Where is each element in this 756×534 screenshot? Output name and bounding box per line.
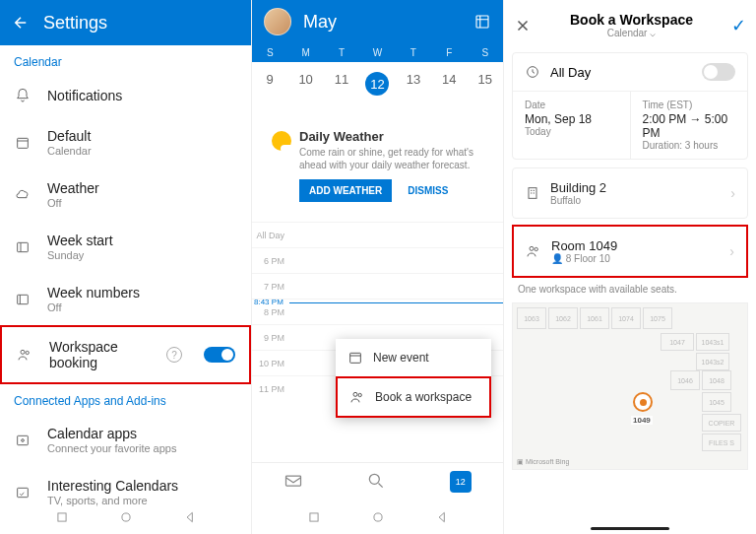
row-weekstart[interactable]: Week startSunday	[0, 221, 251, 273]
settings-title: Settings	[43, 13, 107, 33]
svg-point-21	[535, 247, 537, 250]
nav-home-icon[interactable]	[371, 510, 385, 524]
svg-point-20	[530, 246, 534, 250]
people-icon	[526, 243, 541, 259]
agenda-icon[interactable]	[473, 13, 491, 31]
svg-point-17	[373, 513, 381, 521]
avatar[interactable]	[264, 8, 291, 35]
datetime-card: All Day Date Mon, Sep 18 Today Time (EST…	[512, 52, 748, 160]
svg-rect-8	[57, 513, 65, 521]
home-indicator[interactable]	[591, 527, 669, 530]
chevron-right-icon: ›	[730, 185, 735, 201]
settings-header: Settings	[0, 0, 251, 45]
interesting-icon	[14, 484, 32, 501]
add-weather-button[interactable]: ADD WEATHER	[299, 179, 392, 202]
calendar-tab[interactable]: 12	[450, 471, 472, 493]
book-header: Book a Workspace Calendar ⌵ ✓	[504, 0, 756, 44]
weather-title: Daily Weather	[299, 129, 483, 144]
android-nav	[0, 506, 251, 528]
svg-point-13	[358, 393, 361, 396]
svg-rect-2	[18, 295, 29, 303]
mail-tab-icon[interactable]	[284, 471, 303, 493]
floor-map[interactable]: 1063 1062 1061 1074 1075 1047 1043s1 104…	[512, 302, 748, 470]
row-weather[interactable]: WeatherOff	[0, 168, 251, 221]
calendar-header: May SMTWTFS	[252, 0, 503, 62]
confirm-icon[interactable]: ✓	[731, 15, 746, 36]
date-11[interactable]: 11	[324, 68, 359, 100]
date-15[interactable]: 15	[468, 68, 503, 100]
svg-point-12	[353, 392, 357, 396]
map-attribution: ▣ Microsoft Bing	[517, 458, 569, 466]
now-indicator	[289, 302, 503, 303]
svg-rect-10	[476, 16, 488, 28]
svg-rect-11	[350, 353, 361, 363]
nav-recents-icon[interactable]	[55, 510, 69, 524]
date-14[interactable]: 14	[431, 68, 467, 100]
svg-rect-14	[286, 476, 301, 486]
date-13[interactable]: 13	[396, 68, 431, 100]
book-subtitle: Calendar ⌵	[532, 28, 731, 38]
svg-rect-19	[529, 188, 536, 199]
svg-point-4	[26, 351, 29, 354]
row-default[interactable]: DefaultCalendar	[0, 116, 251, 168]
calendar-icon	[14, 134, 32, 152]
person-icon: 👤	[551, 253, 563, 264]
close-icon[interactable]	[514, 17, 532, 34]
svg-point-6	[22, 438, 25, 441]
svg-rect-16	[309, 513, 317, 521]
clock-icon	[525, 64, 540, 80]
day-of-week-row: SMTWTFS	[252, 43, 503, 62]
week-icon	[14, 238, 32, 256]
month-label[interactable]: May	[303, 12, 462, 33]
help-icon[interactable]: ?	[166, 347, 182, 363]
svg-point-3	[21, 350, 25, 354]
workspace-icon	[16, 346, 33, 364]
calendar-panel: May SMTWTFS 9 10 11 12 13 14 15 Daily We…	[252, 0, 504, 534]
nav-back-icon[interactable]	[183, 510, 197, 524]
nav-home-icon[interactable]	[119, 510, 133, 524]
workspace-toggle[interactable]	[204, 347, 235, 363]
section-addins: Connected Apps and Add-ins	[0, 384, 251, 414]
date-10[interactable]: 10	[287, 68, 323, 100]
menu-book-workspace[interactable]: Book a workspace	[336, 376, 491, 418]
allday-row[interactable]: All Day	[513, 53, 747, 92]
event-icon	[347, 350, 363, 366]
date-9[interactable]: 9	[252, 68, 287, 100]
search-tab-icon[interactable]	[366, 471, 386, 493]
allday-toggle[interactable]	[702, 63, 735, 81]
weather-sub: Come rain or shine, get ready for what's…	[299, 146, 483, 171]
room-card[interactable]: Room 1049 👤 8 Floor 10 ›	[512, 225, 748, 278]
row-notifications[interactable]: Notifications	[0, 75, 251, 116]
row-workspace-booking[interactable]: Workspace booking ?	[0, 325, 251, 384]
sun-icon	[272, 131, 291, 151]
back-icon[interactable]	[12, 14, 30, 32]
row-calendar-apps[interactable]: Calendar appsConnect your favorite apps	[0, 414, 251, 466]
chevron-right-icon: ›	[729, 243, 734, 259]
map-pin[interactable]: 1049	[633, 392, 655, 414]
building-card[interactable]: Building 2 Buffalo ›	[512, 167, 748, 219]
now-time: 8:43 PM	[254, 298, 284, 306]
book-title: Book a Workspace	[532, 12, 731, 28]
svg-point-15	[370, 474, 380, 484]
date-row: 9 10 11 12 13 14 15	[252, 62, 503, 109]
cloud-icon	[14, 186, 32, 204]
dismiss-button[interactable]: DISMISS	[400, 179, 456, 202]
availability-text: One workspace with available seats.	[504, 278, 756, 299]
building-icon	[525, 185, 540, 201]
nav-recents-icon[interactable]	[307, 510, 321, 524]
date-12-selected[interactable]: 12	[359, 68, 395, 100]
bell-icon	[14, 87, 32, 104]
book-workspace-panel: Book a Workspace Calendar ⌵ ✓ All Day Da…	[504, 0, 756, 534]
svg-rect-7	[18, 488, 29, 497]
bottom-tabs: 12	[252, 462, 503, 501]
svg-rect-1	[18, 242, 29, 251]
svg-rect-0	[18, 138, 29, 148]
settings-panel: Settings Calendar Notifications DefaultC…	[0, 0, 252, 534]
weather-card: Daily Weather Come rain or shine, get re…	[262, 119, 493, 212]
nav-back-icon[interactable]	[435, 510, 449, 524]
row-weeknumbers[interactable]: Week numbersOff	[0, 273, 251, 325]
menu-new-event[interactable]: New event	[336, 339, 491, 376]
chevron-down-icon: ⌵	[650, 28, 656, 38]
time-picker[interactable]: Time (EST) 2:00 PM → 5:00 PM Duration: 3…	[631, 92, 748, 159]
date-picker[interactable]: Date Mon, Sep 18 Today	[513, 92, 631, 159]
